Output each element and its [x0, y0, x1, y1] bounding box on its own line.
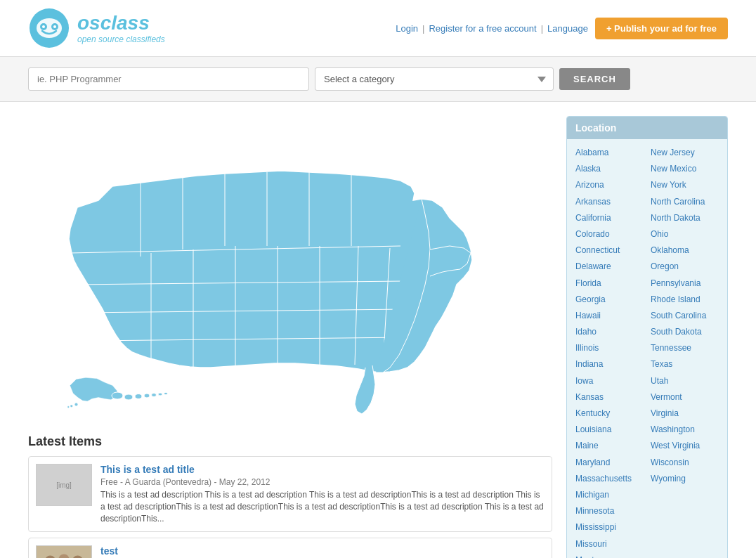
us-map-container — [28, 116, 534, 420]
location-link[interactable]: Vermont — [651, 391, 719, 404]
location-link[interactable]: Colorado — [575, 228, 644, 241]
location-link[interactable]: Maine — [575, 439, 644, 453]
item-list: [img]This is a test ad titleFree - A Gua… — [28, 456, 552, 558]
location-link[interactable]: Arkansas — [575, 195, 644, 209]
location-link[interactable]: Montana — [575, 554, 644, 558]
login-link[interactable]: Login — [396, 23, 418, 34]
location-link[interactable]: New Jersey — [651, 146, 719, 160]
location-link[interactable]: Virginia — [651, 407, 719, 420]
location-link[interactable]: New Mexico — [651, 162, 719, 176]
item-card: [img]This is a test ad titleFree - A Gua… — [28, 456, 552, 532]
location-link[interactable]: Oklahoma — [651, 244, 719, 257]
location-link[interactable]: Maryland — [575, 456, 644, 469]
location-link[interactable]: Kentucky — [575, 407, 644, 420]
category-select[interactable]: Select a category — [315, 67, 554, 91]
location-link[interactable]: North Carolina — [651, 195, 719, 209]
location-link[interactable]: Kansas — [575, 391, 644, 404]
header-right: Login | Register for a free account | La… — [396, 18, 728, 39]
header-links: Login | Register for a free account | La… — [396, 23, 588, 34]
location-link[interactable]: North Dakota — [651, 212, 719, 225]
location-link[interactable]: South Dakota — [651, 325, 719, 339]
search-input[interactable] — [28, 67, 309, 91]
location-link[interactable]: Florida — [575, 277, 644, 290]
svg-point-31 — [164, 392, 168, 395]
publish-button[interactable]: + Publish your ad for free — [595, 18, 728, 39]
location-link[interactable]: Hawaii — [575, 309, 644, 323]
svg-point-4 — [42, 25, 45, 28]
location-link[interactable]: Alabama — [575, 146, 644, 160]
location-link[interactable]: Delaware — [575, 260, 644, 273]
item-card: test23.00 USD - testing test (testing) -… — [28, 538, 552, 558]
map-area — [28, 116, 552, 420]
location-link[interactable]: Minnesota — [575, 505, 644, 518]
location-body: AlabamaAlaskaArizonaArkansasCaliforniaCo… — [567, 139, 727, 558]
alaska[interactable] — [70, 377, 118, 401]
register-link[interactable]: Register for a free account — [429, 23, 536, 34]
logo-name: osclass — [77, 12, 165, 34]
hawaii-island-1[interactable] — [112, 392, 123, 399]
location-link[interactable]: Tennessee — [651, 342, 719, 355]
svg-point-29 — [152, 394, 157, 397]
location-link[interactable]: Illinois — [575, 342, 644, 355]
header: osclass open source classifieds Login | … — [0, 0, 756, 57]
svg-point-28 — [144, 394, 150, 398]
location-link[interactable]: Washington — [651, 423, 719, 436]
location-link[interactable]: South Carolina — [651, 309, 719, 323]
item-title[interactable]: test — [100, 545, 118, 557]
main-content: Latest Items [img]This is a test ad titl… — [0, 102, 756, 558]
svg-point-26 — [124, 394, 133, 400]
location-link[interactable]: Alaska — [575, 162, 644, 176]
location-link[interactable]: Iowa — [575, 375, 644, 388]
language-link[interactable]: Language — [547, 23, 588, 34]
logo-icon — [28, 7, 70, 49]
location-link[interactable]: New York — [651, 179, 719, 192]
location-link[interactable]: Massachusetts — [575, 472, 644, 486]
item-thumbnail: [img] — [36, 464, 92, 506]
logo-text: osclass open source classifieds — [77, 12, 165, 44]
location-link[interactable]: Rhode Island — [651, 293, 719, 306]
left-panel: Latest Items [img]This is a test ad titl… — [28, 116, 552, 558]
svg-point-1 — [37, 18, 62, 38]
svg-point-30 — [158, 393, 162, 396]
search-button[interactable]: SEARCH — [559, 68, 630, 90]
location-link[interactable]: Connecticut — [575, 244, 644, 257]
location-link[interactable]: Missouri — [575, 538, 644, 551]
location-header: Location — [567, 117, 727, 139]
svg-point-23 — [74, 403, 78, 406]
location-col2: New JerseyNew MexicoNew YorkNorth Caroli… — [651, 146, 719, 558]
item-meta: Free - A Guarda (Pontevedra) - May 22, 2… — [100, 477, 545, 487]
logo-area: osclass open source classifieds — [28, 7, 165, 49]
search-bar: Select a category SEARCH — [0, 57, 756, 102]
sidebar: Location AlabamaAlaskaArizonaArkansasCal… — [566, 116, 728, 558]
location-link[interactable]: Indiana — [575, 358, 644, 371]
location-link[interactable]: West Virginia — [651, 439, 719, 453]
latest-items: Latest Items [img]This is a test ad titl… — [28, 434, 552, 558]
location-link[interactable]: Ohio — [651, 228, 719, 241]
svg-point-25 — [67, 406, 70, 408]
svg-point-5 — [53, 25, 56, 28]
logo-tagline: open source classifieds — [77, 34, 165, 44]
item-content: This is a test ad titleFree - A Guarda (… — [100, 464, 545, 524]
latest-items-title: Latest Items — [28, 434, 552, 449]
location-link[interactable]: Texas — [651, 358, 719, 371]
location-link[interactable]: Michigan — [575, 488, 644, 502]
location-link[interactable]: Wisconsin — [651, 456, 719, 469]
location-link[interactable]: Georgia — [575, 293, 644, 306]
location-link[interactable]: Idaho — [575, 325, 644, 339]
location-link[interactable]: Pennsylvania — [651, 277, 719, 290]
svg-point-24 — [70, 405, 73, 408]
location-link[interactable]: Oregon — [651, 260, 719, 273]
item-thumbnail — [36, 545, 92, 558]
location-link[interactable]: California — [575, 212, 644, 225]
location-link[interactable]: Mississippi — [575, 521, 644, 534]
location-col1: AlabamaAlaskaArizonaArkansasCaliforniaCo… — [575, 146, 644, 558]
location-link[interactable]: Louisiana — [575, 423, 644, 436]
item-desc: This is a test ad description This is a … — [100, 489, 545, 524]
item-content: test23.00 USD - testing test (testing) -… — [100, 545, 281, 558]
location-link[interactable]: Arizona — [575, 179, 644, 192]
svg-point-27 — [135, 394, 142, 399]
us-map-svg[interactable] — [28, 116, 534, 418]
location-link[interactable]: Wyoming — [651, 472, 719, 486]
item-title[interactable]: This is a test ad title — [100, 464, 195, 475]
location-link[interactable]: Utah — [651, 375, 719, 388]
